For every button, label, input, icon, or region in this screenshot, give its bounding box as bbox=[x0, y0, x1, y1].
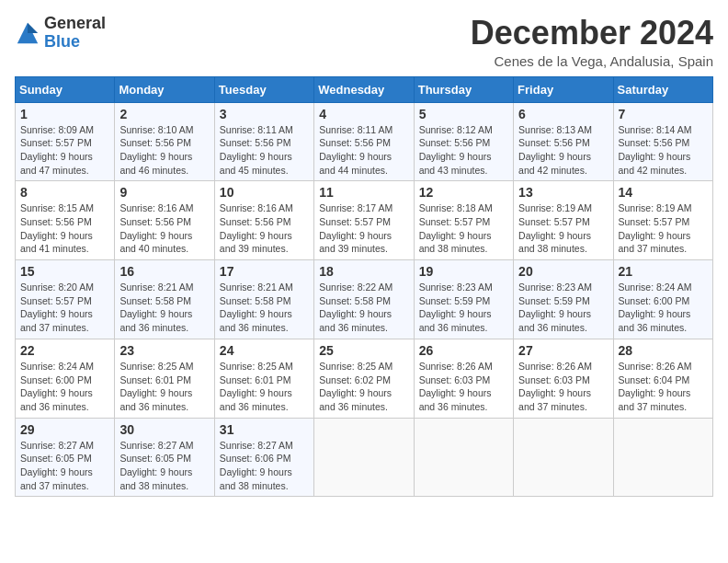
calendar-cell: 19Sunrise: 8:23 AMSunset: 5:59 PMDayligh… bbox=[414, 260, 513, 339]
day-number: 12 bbox=[419, 185, 508, 200]
day-number: 22 bbox=[20, 343, 109, 358]
day-info: Sunrise: 8:24 AMSunset: 6:00 PMDaylight:… bbox=[619, 281, 708, 335]
day-number: 16 bbox=[119, 264, 209, 279]
day-info: Sunrise: 8:23 AMSunset: 5:59 PMDaylight:… bbox=[518, 281, 608, 335]
day-number: 25 bbox=[319, 343, 408, 358]
calendar-cell: 28Sunrise: 8:26 AMSunset: 6:04 PMDayligh… bbox=[613, 339, 712, 418]
calendar-cell: 8Sunrise: 8:15 AMSunset: 5:56 PMDaylight… bbox=[16, 181, 115, 260]
calendar-week-row: 1Sunrise: 8:09 AMSunset: 5:57 PMDaylight… bbox=[16, 102, 713, 181]
calendar-cell: 17Sunrise: 8:21 AMSunset: 5:58 PMDayligh… bbox=[214, 260, 313, 339]
calendar-cell: 6Sunrise: 8:13 AMSunset: 5:56 PMDaylight… bbox=[514, 102, 613, 181]
calendar-week-row: 15Sunrise: 8:20 AMSunset: 5:57 PMDayligh… bbox=[16, 260, 713, 339]
weekday-header: Sunday bbox=[16, 76, 115, 102]
day-info: Sunrise: 8:24 AMSunset: 6:00 PMDaylight:… bbox=[20, 360, 109, 414]
calendar-cell: 22Sunrise: 8:24 AMSunset: 6:00 PMDayligh… bbox=[16, 339, 115, 418]
calendar-cell: 27Sunrise: 8:26 AMSunset: 6:03 PMDayligh… bbox=[514, 339, 613, 418]
calendar-subtitle: Cenes de la Vega, Andalusia, Spain bbox=[471, 53, 713, 69]
day-number: 27 bbox=[518, 343, 608, 358]
calendar-cell: 16Sunrise: 8:21 AMSunset: 5:58 PMDayligh… bbox=[115, 260, 214, 339]
calendar-cell: 23Sunrise: 8:25 AMSunset: 6:01 PMDayligh… bbox=[115, 339, 214, 418]
day-info: Sunrise: 8:19 AMSunset: 5:57 PMDaylight:… bbox=[518, 201, 608, 256]
weekday-header: Wednesday bbox=[314, 76, 414, 102]
calendar-cell: 26Sunrise: 8:26 AMSunset: 6:03 PMDayligh… bbox=[414, 339, 513, 418]
day-number: 24 bbox=[220, 343, 309, 358]
day-number: 17 bbox=[220, 264, 309, 279]
calendar-week-row: 29Sunrise: 8:27 AMSunset: 6:05 PMDayligh… bbox=[16, 418, 713, 497]
calendar-cell: 18Sunrise: 8:22 AMSunset: 5:58 PMDayligh… bbox=[314, 260, 414, 339]
calendar-title: December 2024 bbox=[471, 15, 713, 52]
day-info: Sunrise: 8:27 AMSunset: 6:05 PMDaylight:… bbox=[20, 439, 109, 493]
calendar-cell: 11Sunrise: 8:17 AMSunset: 5:57 PMDayligh… bbox=[314, 181, 414, 260]
day-info: Sunrise: 8:14 AMSunset: 5:56 PMDaylight:… bbox=[619, 123, 708, 178]
day-number: 26 bbox=[419, 343, 508, 358]
day-number: 11 bbox=[319, 185, 408, 200]
calendar-week-row: 8Sunrise: 8:15 AMSunset: 5:56 PMDaylight… bbox=[16, 181, 713, 260]
day-number: 15 bbox=[20, 264, 109, 279]
calendar-cell: 12Sunrise: 8:18 AMSunset: 5:57 PMDayligh… bbox=[414, 181, 513, 260]
day-info: Sunrise: 8:16 AMSunset: 5:56 PMDaylight:… bbox=[119, 201, 209, 256]
day-number: 30 bbox=[119, 422, 209, 437]
calendar-week-row: 22Sunrise: 8:24 AMSunset: 6:00 PMDayligh… bbox=[16, 339, 713, 418]
title-block: December 2024 Cenes de la Vega, Andalusi… bbox=[471, 15, 713, 69]
calendar-cell bbox=[314, 418, 414, 497]
day-number: 14 bbox=[619, 185, 708, 200]
day-number: 20 bbox=[518, 264, 608, 279]
calendar-cell: 20Sunrise: 8:23 AMSunset: 5:59 PMDayligh… bbox=[514, 260, 613, 339]
logo-icon bbox=[15, 20, 40, 46]
day-info: Sunrise: 8:09 AMSunset: 5:57 PMDaylight:… bbox=[20, 123, 109, 178]
svg-marker-1 bbox=[28, 23, 38, 33]
day-info: Sunrise: 8:20 AMSunset: 5:57 PMDaylight:… bbox=[20, 281, 109, 335]
calendar-cell bbox=[613, 418, 712, 497]
logo: General Blue bbox=[15, 15, 106, 52]
day-info: Sunrise: 8:26 AMSunset: 6:03 PMDaylight:… bbox=[419, 360, 508, 414]
weekday-header: Friday bbox=[514, 76, 613, 102]
day-info: Sunrise: 8:25 AMSunset: 6:01 PMDaylight:… bbox=[119, 360, 209, 414]
calendar-cell: 1Sunrise: 8:09 AMSunset: 5:57 PMDaylight… bbox=[16, 102, 115, 181]
day-info: Sunrise: 8:21 AMSunset: 5:58 PMDaylight:… bbox=[119, 281, 209, 335]
calendar-cell: 15Sunrise: 8:20 AMSunset: 5:57 PMDayligh… bbox=[16, 260, 115, 339]
day-info: Sunrise: 8:11 AMSunset: 5:56 PMDaylight:… bbox=[319, 123, 408, 178]
calendar-cell bbox=[514, 418, 613, 497]
logo-text: General Blue bbox=[44, 15, 106, 52]
day-number: 28 bbox=[619, 343, 708, 358]
day-info: Sunrise: 8:12 AMSunset: 5:56 PMDaylight:… bbox=[419, 123, 508, 178]
day-info: Sunrise: 8:23 AMSunset: 5:59 PMDaylight:… bbox=[419, 281, 508, 335]
day-number: 23 bbox=[119, 343, 209, 358]
calendar-cell: 14Sunrise: 8:19 AMSunset: 5:57 PMDayligh… bbox=[613, 181, 712, 260]
day-number: 7 bbox=[619, 107, 708, 121]
day-info: Sunrise: 8:21 AMSunset: 5:58 PMDaylight:… bbox=[220, 281, 309, 335]
day-info: Sunrise: 8:15 AMSunset: 5:56 PMDaylight:… bbox=[20, 201, 109, 256]
day-number: 31 bbox=[220, 422, 309, 437]
day-number: 29 bbox=[20, 422, 109, 437]
day-info: Sunrise: 8:27 AMSunset: 6:05 PMDaylight:… bbox=[119, 439, 209, 493]
day-info: Sunrise: 8:17 AMSunset: 5:57 PMDaylight:… bbox=[319, 201, 408, 256]
calendar-table: SundayMondayTuesdayWednesdayThursdayFrid… bbox=[15, 76, 713, 498]
day-info: Sunrise: 8:18 AMSunset: 5:57 PMDaylight:… bbox=[419, 201, 508, 256]
day-number: 6 bbox=[518, 107, 608, 121]
day-number: 2 bbox=[119, 107, 209, 121]
day-info: Sunrise: 8:25 AMSunset: 6:01 PMDaylight:… bbox=[220, 360, 309, 414]
weekday-header: Thursday bbox=[414, 76, 513, 102]
calendar-cell: 2Sunrise: 8:10 AMSunset: 5:56 PMDaylight… bbox=[115, 102, 214, 181]
day-info: Sunrise: 8:26 AMSunset: 6:03 PMDaylight:… bbox=[518, 360, 608, 414]
page-header: General Blue December 2024 Cenes de la V… bbox=[15, 15, 713, 69]
day-info: Sunrise: 8:13 AMSunset: 5:56 PMDaylight:… bbox=[518, 123, 608, 178]
day-number: 18 bbox=[319, 264, 408, 279]
day-number: 19 bbox=[419, 264, 508, 279]
day-info: Sunrise: 8:27 AMSunset: 6:06 PMDaylight:… bbox=[220, 439, 309, 493]
calendar-cell: 10Sunrise: 8:16 AMSunset: 5:56 PMDayligh… bbox=[214, 181, 313, 260]
logo-general-text: General bbox=[44, 15, 106, 33]
calendar-cell bbox=[414, 418, 513, 497]
day-info: Sunrise: 8:10 AMSunset: 5:56 PMDaylight:… bbox=[119, 123, 209, 178]
weekday-header: Saturday bbox=[613, 76, 712, 102]
day-info: Sunrise: 8:11 AMSunset: 5:56 PMDaylight:… bbox=[220, 123, 309, 178]
day-number: 4 bbox=[319, 107, 408, 121]
calendar-cell: 5Sunrise: 8:12 AMSunset: 5:56 PMDaylight… bbox=[414, 102, 513, 181]
calendar-cell: 9Sunrise: 8:16 AMSunset: 5:56 PMDaylight… bbox=[115, 181, 214, 260]
calendar-cell: 25Sunrise: 8:25 AMSunset: 6:02 PMDayligh… bbox=[314, 339, 414, 418]
day-number: 10 bbox=[220, 185, 309, 200]
day-number: 8 bbox=[20, 185, 109, 200]
calendar-cell: 29Sunrise: 8:27 AMSunset: 6:05 PMDayligh… bbox=[16, 418, 115, 497]
day-number: 13 bbox=[518, 185, 608, 200]
day-info: Sunrise: 8:16 AMSunset: 5:56 PMDaylight:… bbox=[220, 201, 309, 256]
